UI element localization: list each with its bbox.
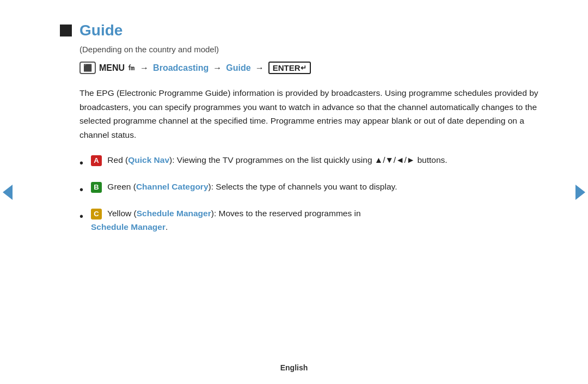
title-icon xyxy=(60,25,72,36)
schedule-manager-link-block: Schedule Manager xyxy=(91,222,166,231)
menu-path: ⬛ MENU ㎙ → Broadcasting → Guide → ENTER↵ xyxy=(79,62,539,74)
color-label-2: Green ( xyxy=(107,182,136,191)
bullet-content-3: C Yellow (Schedule Manager): Moves to th… xyxy=(91,207,539,234)
bullet-dot-3: • xyxy=(79,208,83,225)
menu-label: MENU xyxy=(99,63,125,73)
list-item: • B Green (Channel Category): Selects th… xyxy=(79,180,539,198)
bullet-list: • A Red (Quick Nav): Viewing the TV prog… xyxy=(79,154,539,234)
nav-arrow-left[interactable] xyxy=(0,179,15,206)
enter-label: ENTER xyxy=(273,63,301,72)
menu-symbol: ⬛ xyxy=(83,64,92,72)
color-label-1: Red ( xyxy=(107,155,128,164)
badge-red: A xyxy=(91,155,102,166)
bullet-3-rest: ): Moves to the reserved programmes in xyxy=(211,209,361,218)
bullet-dot-2: • xyxy=(79,181,83,198)
badge-yellow: C xyxy=(91,209,102,220)
bullet-content-2: B Green (Channel Category): Selects the … xyxy=(91,180,539,194)
enter-box: ENTER↵ xyxy=(268,62,311,74)
schedule-manager-link-inline: Schedule Manager xyxy=(137,209,211,218)
bullet-3-period: . xyxy=(166,222,168,231)
bullet-1-rest: ): Viewing the TV programmes on the list… xyxy=(169,155,448,164)
arrow2: → xyxy=(213,63,222,73)
footer-language: English xyxy=(280,363,308,372)
color-label-3: Yellow ( xyxy=(107,209,137,218)
arrow3: → xyxy=(255,63,264,73)
bullet-2-rest: ): Selects the type of channels you want… xyxy=(209,182,397,191)
page-title: Guide xyxy=(79,22,122,39)
arrow1: → xyxy=(140,63,149,73)
page-container: Guide (Depending on the country and mode… xyxy=(0,0,588,384)
bullet-content-1: A Red (Quick Nav): Viewing the TV progra… xyxy=(91,154,539,167)
nav-arrow-right[interactable] xyxy=(573,179,588,206)
content-area: Guide (Depending on the country and mode… xyxy=(60,22,539,234)
quick-nav-link: Quick Nav xyxy=(128,155,169,164)
list-item: • A Red (Quick Nav): Viewing the TV prog… xyxy=(79,154,539,172)
channel-category-link: Channel Category xyxy=(136,182,209,191)
badge-green: B xyxy=(91,182,102,193)
title-row: Guide xyxy=(60,22,539,39)
menu-icon-box: ⬛ xyxy=(79,62,96,74)
description: The EPG (Electronic Programme Guide) inf… xyxy=(79,86,539,142)
enter-symbol: ↵ xyxy=(301,64,307,72)
menu-guide: Guide xyxy=(226,63,250,73)
bullet-dot-1: • xyxy=(79,154,83,172)
subtitle: (Depending on the country and model) xyxy=(79,45,539,54)
list-item: • C Yellow (Schedule Manager): Moves to … xyxy=(79,207,539,234)
menu-broadcasting: Broadcasting xyxy=(153,63,209,73)
menu-symbol-III: ㎙ xyxy=(127,63,135,73)
